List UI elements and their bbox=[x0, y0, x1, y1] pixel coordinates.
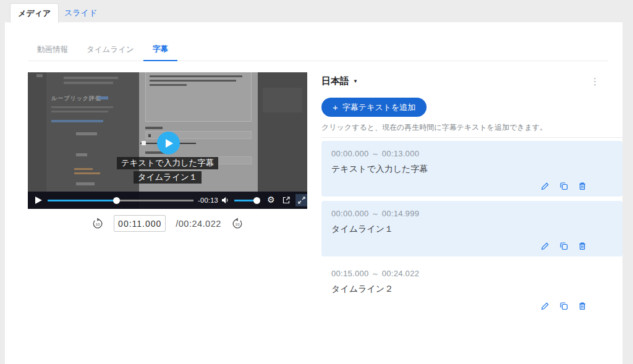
tab-slide[interactable]: スライド bbox=[56, 3, 106, 23]
player-control-bar: -00:13 ⚙ bbox=[28, 192, 307, 209]
subtitle-list-item[interactable]: 00:00.000 ～ 00:14.999 タイムライン１ bbox=[321, 201, 622, 256]
language-row: 日本語 ▼ ⋮ bbox=[321, 75, 600, 87]
kebab-menu-icon[interactable]: ⋮ bbox=[590, 77, 600, 86]
video-player[interactable]: ルーブリック評価 bbox=[28, 72, 307, 209]
subtitle-time-range: 00:00.000 ～ 00:14.999 bbox=[331, 208, 613, 219]
main-card: 動画情報 タイムライン 字幕 ルーブリック評価 bbox=[5, 22, 622, 364]
edit-pencil-icon[interactable] bbox=[541, 302, 550, 310]
subtitle-list-item[interactable]: 00:15.000 ～ 00:24.022 タイムライン２ bbox=[321, 261, 622, 316]
subtitle-overlay-line2: タイムライン１ bbox=[28, 171, 307, 184]
chevron-down-icon: ▼ bbox=[353, 78, 358, 84]
play-button[interactable] bbox=[35, 197, 42, 204]
subtab-video-info[interactable]: 動画情報 bbox=[28, 38, 77, 61]
seek-forward-10-icon[interactable]: 10 bbox=[91, 218, 104, 230]
subtab-subtitles[interactable]: 字幕 bbox=[143, 38, 177, 61]
video-frame-heading: ルーブリック評価 bbox=[51, 95, 101, 103]
subtitle-time-range: 00:00.000 ～ 00:13.000 bbox=[331, 148, 613, 159]
add-subtitle-hint: クリックすると、現在の再生時間に字幕テキストを追加できます。 bbox=[321, 122, 547, 133]
current-time-input[interactable] bbox=[114, 215, 166, 232]
page: メディア スライド 動画情報 タイムライン 字幕 ルーブリック評価 bbox=[0, 0, 633, 364]
subtab-timeline[interactable]: タイムライン bbox=[77, 38, 143, 61]
subtitle-text: タイムライン２ bbox=[331, 284, 613, 295]
subtitle-list-item[interactable]: 00:00.000 ～ 00:13.000 テキストで入力した字幕 bbox=[321, 141, 622, 197]
language-label: 日本語 bbox=[321, 75, 349, 87]
progress-fill bbox=[48, 200, 116, 201]
progress-handle[interactable] bbox=[113, 197, 120, 204]
picture-in-picture-icon[interactable] bbox=[282, 196, 291, 207]
subtab-row: 動画情報 タイムライン 字幕 bbox=[28, 38, 608, 61]
delete-trash-icon[interactable] bbox=[578, 242, 587, 250]
add-subtitle-button[interactable]: + 字幕テキストを追加 bbox=[321, 98, 427, 117]
plus-icon: + bbox=[333, 102, 338, 112]
edit-pencil-icon[interactable] bbox=[541, 182, 550, 190]
delete-trash-icon[interactable] bbox=[578, 302, 587, 310]
remaining-time: -00:13 bbox=[198, 197, 218, 204]
big-play-button[interactable] bbox=[157, 132, 180, 154]
subtitle-list: 00:00.000 ～ 00:13.000 テキストで入力した字幕 bbox=[321, 137, 622, 321]
duration-label: /00:24.022 bbox=[176, 219, 221, 229]
seek-back-10-icon[interactable]: 10 bbox=[231, 218, 244, 230]
svg-text:10: 10 bbox=[96, 221, 100, 226]
subtitle-overlay-line1: テキストで入力した字幕 bbox=[28, 157, 307, 169]
add-subtitle-label: 字幕テキストを追加 bbox=[342, 102, 416, 113]
svg-text:10: 10 bbox=[235, 221, 239, 226]
volume-slider[interactable] bbox=[234, 200, 258, 201]
video-frame-background bbox=[46, 72, 139, 209]
tab-media[interactable]: メディア bbox=[10, 3, 59, 23]
time-controls: 10 /00:24.022 10 bbox=[28, 215, 307, 232]
duplicate-copy-icon[interactable] bbox=[559, 302, 568, 310]
edit-pencil-icon[interactable] bbox=[541, 242, 550, 250]
fullscreen-icon[interactable] bbox=[295, 194, 307, 206]
volume-mute-icon[interactable] bbox=[221, 196, 230, 207]
delete-trash-icon[interactable] bbox=[578, 182, 587, 190]
subtitle-text: テキストで入力した字幕 bbox=[331, 164, 613, 175]
subtitle-text: タイムライン１ bbox=[331, 224, 613, 235]
duplicate-copy-icon[interactable] bbox=[559, 242, 568, 250]
volume-handle[interactable] bbox=[253, 197, 260, 204]
play-icon bbox=[166, 139, 173, 148]
duplicate-copy-icon[interactable] bbox=[559, 182, 568, 190]
subtitle-time-range: 00:15.000 ～ 00:24.022 bbox=[331, 268, 613, 279]
progress-bar[interactable] bbox=[48, 200, 193, 201]
language-dropdown[interactable]: 日本語 ▼ bbox=[321, 75, 358, 87]
settings-gear-icon[interactable]: ⚙ bbox=[267, 195, 275, 205]
